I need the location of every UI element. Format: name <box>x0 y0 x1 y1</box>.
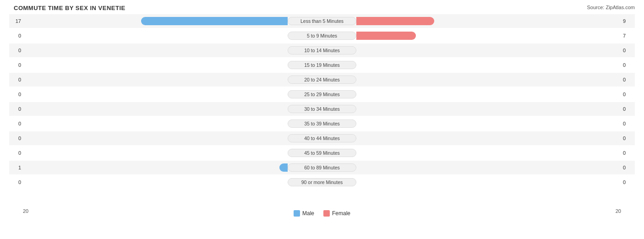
male-bar-container <box>23 133 288 143</box>
male-bar-container <box>23 119 288 129</box>
male-value: 0 <box>9 92 23 97</box>
chart-row: 040 to 44 Minutes0 <box>9 131 635 145</box>
female-bar-container <box>356 31 621 41</box>
female-value: 0 <box>621 48 635 53</box>
source-text: Source: ZipAtlas.com <box>587 5 635 10</box>
male-bar <box>141 17 288 25</box>
legend-female-label: Female <box>332 210 350 217</box>
row-label: 45 to 59 Minutes <box>288 149 356 157</box>
female-bar-container <box>356 89 621 99</box>
female-bar-container <box>356 177 621 187</box>
male-value: 0 <box>9 106 23 112</box>
female-value: 0 <box>621 165 635 170</box>
male-bar-container <box>23 177 288 187</box>
male-bar-container <box>23 104 288 114</box>
chart-title: COMMUTE TIME BY SEX IN VENETIE <box>9 5 635 11</box>
female-bar-container <box>356 133 621 143</box>
male-bar <box>279 163 288 172</box>
female-value: 0 <box>621 179 635 185</box>
female-bar <box>356 17 434 25</box>
legend: Male Female <box>294 210 350 217</box>
male-value: 0 <box>9 62 23 68</box>
female-bar-container <box>356 119 621 129</box>
legend-male-color <box>294 210 300 217</box>
male-value: 17 <box>9 18 23 24</box>
female-bar-container <box>356 163 621 173</box>
male-bar-container <box>23 16 288 26</box>
row-label: 30 to 34 Minutes <box>288 105 356 113</box>
female-bar-container <box>356 104 621 114</box>
row-label: 90 or more Minutes <box>288 178 356 186</box>
chart-row: 030 to 34 Minutes0 <box>9 102 635 116</box>
male-bar-container <box>23 31 288 41</box>
chart-row: 17Less than 5 Minutes9 <box>9 14 635 28</box>
female-value: 0 <box>621 77 635 82</box>
female-bar-container <box>356 148 621 158</box>
male-bar-container <box>23 45 288 55</box>
row-label: 5 to 9 Minutes <box>288 32 356 40</box>
chart-row: 025 to 29 Minutes0 <box>9 87 635 101</box>
row-label: 35 to 39 Minutes <box>288 120 356 128</box>
male-value: 0 <box>9 48 23 53</box>
chart-row: 010 to 14 Minutes0 <box>9 43 635 57</box>
row-label: 25 to 29 Minutes <box>288 90 356 98</box>
female-bar-container <box>356 45 621 55</box>
male-bar-container <box>23 75 288 85</box>
chart-row: 035 to 39 Minutes0 <box>9 117 635 130</box>
female-value: 0 <box>621 150 635 156</box>
chart-row: 05 to 9 Minutes7 <box>9 29 635 43</box>
male-value: 0 <box>9 136 23 141</box>
chart-row: 160 to 89 Minutes0 <box>9 161 635 174</box>
bottom-axis: 20 Male Female 20 <box>9 206 635 217</box>
male-bar-container <box>23 163 288 173</box>
male-value: 0 <box>9 33 23 38</box>
row-label: 40 to 44 Minutes <box>288 134 356 142</box>
chart-row: 090 or more Minutes0 <box>9 175 635 189</box>
female-value: 0 <box>621 106 635 112</box>
legend-female-color <box>323 210 330 217</box>
legend-male-label: Male <box>302 210 314 217</box>
female-value: 9 <box>621 18 635 24</box>
male-bar-container <box>23 60 288 70</box>
row-label: 10 to 14 Minutes <box>288 46 356 54</box>
female-bar <box>356 32 416 40</box>
row-label: 60 to 89 Minutes <box>288 163 356 172</box>
male-value: 0 <box>9 150 23 156</box>
female-bar-container <box>356 75 621 85</box>
male-bar-container <box>23 89 288 99</box>
chart-row: 045 to 59 Minutes0 <box>9 146 635 160</box>
axis-left-label: 20 <box>23 208 28 217</box>
male-value: 0 <box>9 121 23 126</box>
female-value: 0 <box>621 62 635 68</box>
row-label: 20 to 24 Minutes <box>288 76 356 84</box>
male-bar-container <box>23 148 288 158</box>
chart-area: 17Less than 5 Minutes905 to 9 Minutes701… <box>9 14 635 206</box>
female-bar-container <box>356 60 621 70</box>
legend-male: Male <box>294 210 314 217</box>
row-label: Less than 5 Minutes <box>288 17 356 25</box>
female-value: 0 <box>621 92 635 97</box>
chart-row: 020 to 24 Minutes0 <box>9 73 635 87</box>
chart-container: COMMUTE TIME BY SEX IN VENETIE Source: Z… <box>0 0 644 239</box>
legend-female: Female <box>323 210 350 217</box>
male-value: 0 <box>9 77 23 82</box>
female-value: 7 <box>621 33 635 38</box>
row-label: 15 to 19 Minutes <box>288 61 356 69</box>
chart-row: 015 to 19 Minutes0 <box>9 58 635 72</box>
female-bar-container <box>356 16 621 26</box>
axis-right-label: 20 <box>616 208 621 217</box>
female-value: 0 <box>621 136 635 141</box>
male-value: 1 <box>9 165 23 170</box>
male-value: 0 <box>9 179 23 185</box>
female-value: 0 <box>621 121 635 126</box>
